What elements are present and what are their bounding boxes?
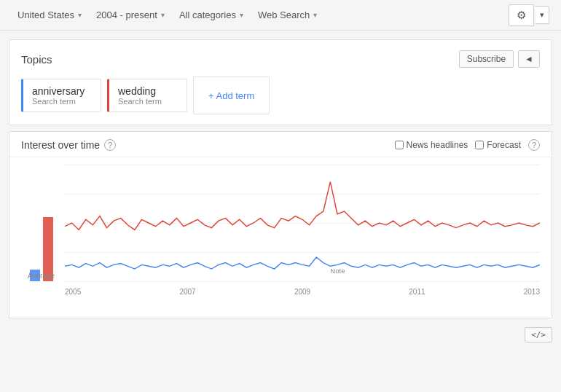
forecast-help-icon[interactable]: ? bbox=[528, 139, 540, 151]
embed-area: </> bbox=[0, 324, 561, 348]
chart-svg: Note bbox=[65, 165, 540, 281]
chart-title: Interest over time bbox=[21, 139, 100, 151]
topics-header: Topics Subscribe ◄ bbox=[21, 50, 540, 68]
search-type-selector[interactable]: Web Search ▾ bbox=[252, 7, 323, 23]
topics-section: Topics Subscribe ◄ anniversary Search te… bbox=[9, 39, 552, 125]
chart-header: Interest over time ? News headlines Fore… bbox=[9, 132, 552, 157]
term-name-wedding: wedding bbox=[118, 85, 178, 97]
note-text-svg: Note bbox=[330, 267, 345, 275]
topics-actions: Subscribe ◄ bbox=[459, 50, 540, 68]
interest-help-icon[interactable]: ? bbox=[104, 139, 116, 151]
region-label: United States bbox=[17, 9, 74, 20]
topics-title: Topics bbox=[21, 53, 52, 66]
share-button[interactable]: ◄ bbox=[518, 50, 540, 68]
category-selector[interactable]: All categories ▾ bbox=[173, 7, 249, 23]
news-headlines-option[interactable]: News headlines bbox=[395, 140, 468, 150]
timeframe-selector[interactable]: 2004 - present ▾ bbox=[90, 7, 170, 23]
region-selector[interactable]: United States ▾ bbox=[12, 7, 87, 23]
x-axis: 2005 2007 2009 2011 2013 bbox=[65, 288, 540, 296]
subscribe-button[interactable]: Subscribe bbox=[459, 50, 514, 68]
terms-row: anniversary Search term wedding Search t… bbox=[21, 77, 540, 114]
avg-area: Average bbox=[21, 165, 61, 281]
category-label: All categories bbox=[179, 9, 236, 20]
avg-label: Average bbox=[21, 272, 61, 280]
forecast-option[interactable]: Forecast bbox=[475, 140, 521, 150]
share-icon: ◄ bbox=[525, 54, 533, 64]
category-chevron: ▾ bbox=[240, 11, 243, 19]
gear-button[interactable]: ⚙ bbox=[509, 4, 534, 26]
term-type-anniversary: Search term bbox=[32, 97, 92, 106]
region-chevron: ▾ bbox=[78, 11, 82, 19]
term-card-anniversary[interactable]: anniversary Search term bbox=[21, 79, 101, 112]
forecast-checkbox[interactable] bbox=[475, 141, 484, 149]
x-label-2007: 2007 bbox=[179, 288, 195, 296]
search-type-label: Web Search bbox=[258, 9, 310, 20]
term-card-wedding[interactable]: wedding Search term bbox=[107, 79, 187, 112]
gear-dropdown-button[interactable]: ▾ bbox=[536, 6, 549, 24]
term-name-anniversary: anniversary bbox=[32, 85, 92, 97]
chart-inner: Average Note 2005 2007 2009 2011 2013 bbox=[21, 165, 540, 296]
timeframe-label: 2004 - present bbox=[96, 9, 157, 20]
news-headlines-checkbox[interactable] bbox=[395, 141, 404, 149]
x-label-2013: 2013 bbox=[524, 288, 540, 296]
x-label-2009: 2009 bbox=[294, 288, 310, 296]
x-label-2011: 2011 bbox=[409, 288, 425, 296]
chart-section: Interest over time ? News headlines Fore… bbox=[9, 131, 552, 318]
x-label-2005: 2005 bbox=[65, 288, 81, 296]
grid-line-5 bbox=[65, 281, 540, 282]
red-line bbox=[65, 182, 540, 230]
embed-button[interactable]: </> bbox=[525, 327, 552, 342]
top-bar: United States ▾ 2004 - present ▾ All cat… bbox=[0, 0, 561, 31]
search-type-chevron: ▾ bbox=[313, 11, 317, 19]
chart-options: News headlines Forecast ? bbox=[395, 139, 540, 151]
news-headlines-label: News headlines bbox=[407, 140, 468, 150]
gear-area: ⚙ ▾ bbox=[509, 4, 549, 26]
chart-area: Average Note 2005 2007 2009 2011 2013 bbox=[9, 157, 552, 318]
term-type-wedding: Search term bbox=[118, 97, 178, 106]
forecast-label: Forecast bbox=[487, 140, 521, 150]
add-term-button[interactable]: + Add term bbox=[193, 77, 270, 114]
timeframe-chevron: ▾ bbox=[161, 11, 165, 19]
chart-title-area: Interest over time ? bbox=[21, 139, 116, 151]
blue-line bbox=[65, 257, 540, 269]
